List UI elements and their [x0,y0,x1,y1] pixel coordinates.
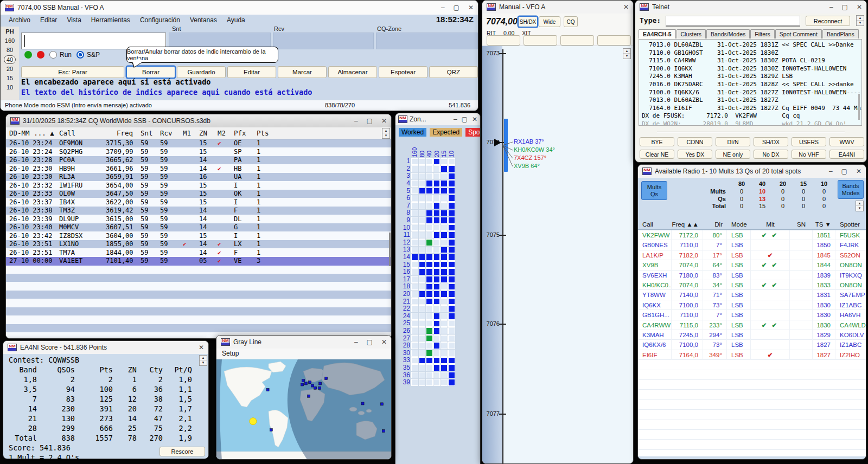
log-row[interactable]: 26-10 23:30RL3A3659,91595916UA1 [6,173,391,182]
zone-cell[interactable] [426,261,433,268]
zone-cell[interactable] [433,298,441,305]
zone-cell[interactable] [441,305,448,312]
zone-cell[interactable] [433,217,441,224]
zone-cell[interactable] [411,320,418,327]
zone-cell[interactable] [419,357,426,364]
minimize-icon[interactable]: – [441,4,445,11]
zone-cell[interactable] [441,247,448,254]
zone-cell[interactable] [426,372,433,379]
scroll-up-icon[interactable]: ▲ [856,201,863,206]
band-select-160[interactable]: 160 [5,36,15,46]
zone-cell[interactable] [426,165,433,172]
scroll-up-icon[interactable]: ▲ [382,128,390,133]
log-row[interactable]: 26-10 23:37IB4X3622,00595915I1 [6,198,391,207]
rescore-button[interactable]: Rescore [159,447,205,456]
telnet-button-no-dx[interactable]: No DX [754,150,788,159]
bandmap-button-wide[interactable]: Wide [539,16,560,27]
bandmap-button-cq[interactable]: CQ [564,16,578,27]
available-spot-row[interactable]: K3MAH7245,0294°LSB1829KO6DLV [638,330,866,340]
zone-cell[interactable] [411,298,418,305]
available-spot-row[interactable]: IQ6KX7100,073°LSB1830IZ1ABC [638,300,866,310]
zone-cell[interactable] [433,357,441,364]
log-row[interactable]: 26-10 23:24OE9MON3715,30595915✔OE1 [6,139,391,148]
zone-cell[interactable] [448,254,455,261]
zone-cell[interactable] [426,268,433,275]
menu-item-ventanas[interactable]: Ventanas [185,15,222,25]
bands-modes-toggle[interactable]: Bands Modes [838,180,864,199]
telnet-button-users[interactable]: USERS [792,137,826,146]
menu-item-editar[interactable]: Editar [35,15,62,25]
menu-item-archivo[interactable]: Archivo [4,15,35,25]
zone-cell[interactable] [433,195,441,202]
telnet-button-sh-dx[interactable]: SH/DX [754,137,788,146]
available-spot-row[interactable]: LA1K/P7182,017°LSB✔1845S52ON [638,250,866,260]
zone-cell[interactable] [411,231,418,239]
available-column-freq[interactable]: Freq ▲▲ [672,221,703,228]
zone-cell[interactable] [433,202,441,209]
log-column-zn[interactable]: ZN [196,129,214,137]
zone-cell[interactable] [419,313,426,320]
zone-titlebar[interactable]: NM Zon... – ▢ ✕ [395,113,480,125]
close-icon[interactable]: ✕ [856,167,861,175]
zone-cell[interactable] [426,320,433,327]
available-spinner[interactable]: ▲ ▼ [856,201,864,211]
entry-button-qrz[interactable]: QRZ [429,66,478,78]
grayline-titlebar[interactable]: NM Gray Line – ▢ ✕ [216,336,391,349]
zone-cell[interactable] [419,210,426,217]
zone-cell[interactable] [448,335,455,342]
zone-cell[interactable] [448,313,455,320]
zone-cell[interactable] [411,342,418,349]
telnet-scrollbar-thumb[interactable] [858,94,860,120]
telnet-button-ea4ni[interactable]: EA4NI [829,150,864,159]
available-spot-row[interactable]: KH0/KC0...7074,034°LSB✔ ✔1833ON8ON [638,280,866,290]
zone-cell[interactable] [441,202,448,209]
close-icon[interactable]: ✕ [468,4,474,11]
zone-cell[interactable] [433,173,441,180]
zone-cell[interactable] [441,239,448,246]
zone-cell[interactable] [426,188,433,195]
zone-cell[interactable] [448,210,455,217]
band-select-15[interactable]: 15 [7,74,13,83]
scroll-down-icon[interactable]: ▼ [623,54,630,59]
zone-cell[interactable] [441,327,448,334]
telnet-button-yes-dx[interactable]: Yes DX [678,150,712,159]
scroll-up-icon[interactable]: ▲ [857,16,864,21]
entry-button-editar[interactable]: Editar [227,66,276,78]
zone-cell[interactable] [411,180,418,187]
zone-cell[interactable] [426,180,433,187]
zone-cell[interactable] [441,364,448,371]
zone-cell[interactable] [426,298,433,305]
close-icon[interactable]: ✕ [381,117,387,125]
zone-cell[interactable] [433,254,441,261]
zone-cell[interactable] [433,379,441,386]
zone-cell[interactable] [411,379,418,386]
zone-cell[interactable] [448,283,455,291]
zone-cell[interactable] [426,291,433,298]
entry-button-almacenar[interactable]: Almacenar [328,66,377,78]
sp-radio[interactable] [76,51,84,59]
telnet-button-di-n[interactable]: DI/N [716,137,750,146]
bandmap-function-button[interactable] [487,35,520,46]
zone-cell[interactable] [441,276,448,283]
zone-cell[interactable] [426,379,433,386]
entry-titlebar[interactable]: NM 7074,00 SSB Manual - VFO A – ▢ ✕ [1,1,478,15]
zone-cell[interactable] [411,327,418,334]
maximize-icon[interactable]: ▢ [367,117,373,125]
bandmap-function-button[interactable] [524,35,557,46]
zone-cell[interactable] [448,327,455,334]
zone-cell[interactable] [411,305,418,312]
zone-cell[interactable] [433,320,441,327]
zone-cell[interactable] [433,342,441,349]
zone-cell[interactable] [411,224,418,231]
zone-cell[interactable] [426,231,433,239]
zone-cell[interactable] [441,379,448,386]
log-column-freq[interactable]: Freq [103,129,137,137]
bandmap-function-button[interactable] [560,35,594,46]
log-row[interactable]: 26-10 23:33OL0W3647,50595915OK1 [6,190,391,198]
zone-cell[interactable] [411,217,418,224]
zone-cell[interactable] [441,268,448,275]
log-row[interactable]: 26-10 23:51LX1NO1855,005959✔14✔LX1 [6,240,391,249]
zone-cell[interactable] [419,254,426,261]
zone-cell[interactable] [419,298,426,305]
log-row[interactable]: 26-10 23:42IZ8DSX3604,00595915I1 [6,232,391,241]
